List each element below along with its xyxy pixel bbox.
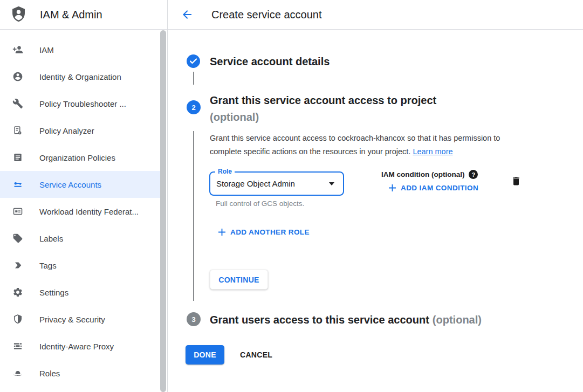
product-header: IAM & Admin [0, 0, 167, 29]
delete-role-button[interactable] [511, 175, 524, 188]
sidebar-item-privacy-security[interactable]: Privacy & Security [0, 306, 160, 333]
sidebar-item-identity-aware-proxy[interactable]: Identity-Aware Proxy [0, 333, 160, 360]
sidebar-item-settings[interactable]: Settings [0, 279, 160, 306]
add-another-role-label: ADD ANOTHER ROLE [230, 228, 310, 236]
sidebar-item-iam[interactable]: IAM [0, 36, 160, 63]
sidebar-item-tags[interactable]: Tags [0, 252, 160, 279]
step3-number: 3 [191, 315, 195, 324]
sidebar-item-policy-analyzer[interactable]: Policy Analyzer [0, 117, 160, 144]
sidebar-scrollbar[interactable] [160, 30, 166, 392]
account-circle-icon [12, 71, 23, 82]
learn-more-link[interactable]: Learn more [413, 147, 452, 156]
sidebar-item-policy-troubleshooter[interactable]: Policy Troubleshooter ... [0, 90, 160, 117]
step2-optional-label: (optional) [210, 109, 436, 126]
person-add-icon [12, 44, 23, 55]
sidebar-item-label: Service Accounts [39, 180, 101, 189]
step2-indicator: 2 [187, 100, 201, 114]
sidebar: IAM Identity & Organization Policy Troub… [0, 30, 167, 392]
proxy-icon [12, 341, 23, 352]
label-tag-icon [12, 233, 23, 244]
hat-icon [12, 368, 23, 379]
step2-description-text: Grant this service account access to coc… [210, 134, 500, 156]
step2-number: 2 [191, 104, 195, 112]
article-icon [12, 152, 23, 163]
sidebar-item-label: Tags [39, 261, 57, 270]
document-gear-icon [12, 125, 23, 136]
dropdown-caret-icon [329, 182, 334, 185]
step1-title[interactable]: Service account details [210, 56, 330, 68]
step3-title[interactable]: Grant users access to this service accou… [210, 314, 482, 326]
iam-condition-label-text: IAM condition (optional) [381, 170, 464, 178]
sidebar-item-label: Labels [39, 234, 63, 243]
add-iam-condition-label: ADD IAM CONDITION [401, 184, 478, 192]
continue-button[interactable]: CONTINUE [210, 270, 268, 290]
sidebar-divider [167, 0, 168, 392]
wrench-icon [12, 98, 23, 109]
service-account-key-icon [12, 179, 23, 190]
sidebar-item-workload-identity-federation[interactable]: Workload Identity Federat... [0, 198, 160, 225]
product-title: IAM & Admin [40, 9, 102, 21]
sidebar-item-label: Organization Policies [39, 153, 115, 162]
cancel-button[interactable]: CANCEL [232, 345, 280, 365]
sidebar-item-organization-policies[interactable]: Organization Policies [0, 144, 160, 171]
step2-title: Grant this service account access to pro… [210, 92, 436, 126]
step2-description: Grant this service account access to coc… [210, 132, 533, 159]
page-title: Create service account [211, 9, 322, 21]
create-service-account-panel: Service account details 2 Grant this ser… [168, 30, 583, 392]
stepper-connector [193, 131, 194, 301]
sidebar-item-label: Roles [39, 369, 60, 378]
help-icon[interactable]: ? [469, 170, 478, 179]
plus-icon [389, 184, 396, 191]
add-iam-condition-button[interactable]: ADD IAM CONDITION [389, 184, 478, 192]
step3-optional-label: (optional) [433, 314, 482, 326]
stepper-connector [193, 72, 194, 85]
id-card-icon [12, 206, 23, 217]
back-button[interactable] [180, 8, 194, 22]
gear-icon [12, 287, 23, 298]
sidebar-item-label: Policy Troubleshooter ... [39, 99, 126, 108]
plus-icon [218, 229, 225, 236]
sidebar-item-label: IAM [39, 45, 54, 54]
role-helper-text: Full control of GCS objects. [216, 200, 304, 208]
sidebar-item-roles[interactable]: Roles [0, 360, 160, 387]
step3-indicator: 3 [187, 312, 201, 326]
page-header: Create service account [167, 0, 583, 29]
role-field-label: Role [215, 168, 235, 175]
step1-completed-indicator [187, 54, 200, 68]
check-icon [190, 58, 197, 64]
sidebar-item-service-accounts[interactable]: Service Accounts [0, 171, 160, 198]
sidebar-item-identity-organization[interactable]: Identity & Organization [0, 63, 160, 90]
iam-condition-label: IAM condition (optional) ? [381, 170, 478, 179]
sidebar-item-label: Identity-Aware Proxy [39, 342, 114, 351]
add-another-role-button[interactable]: ADD ANOTHER ROLE [218, 228, 310, 236]
sidebar-item-label: Workload Identity Federat... [39, 207, 139, 216]
trash-icon [511, 175, 522, 187]
sidebar-item-label: Privacy & Security [39, 315, 105, 324]
tag-arrow-icon [12, 260, 23, 271]
sidebar-item-labels[interactable]: Labels [0, 225, 160, 252]
sidebar-item-label: Settings [39, 288, 68, 297]
done-button[interactable]: DONE [186, 345, 224, 365]
iam-shield-icon [11, 5, 26, 24]
role-select-value: Storage Object Admin [216, 179, 295, 188]
sidebar-item-label: Identity & Organization [39, 72, 121, 81]
sidebar-item-label: Policy Analyzer [39, 126, 94, 135]
arrow-back-icon [181, 8, 194, 21]
step2-title-text: Grant this service account access to pro… [210, 94, 436, 106]
step3-title-text: Grant users access to this service accou… [210, 314, 429, 326]
shield-half-icon [12, 314, 23, 325]
top-header: IAM & Admin Create service account [0, 0, 583, 30]
